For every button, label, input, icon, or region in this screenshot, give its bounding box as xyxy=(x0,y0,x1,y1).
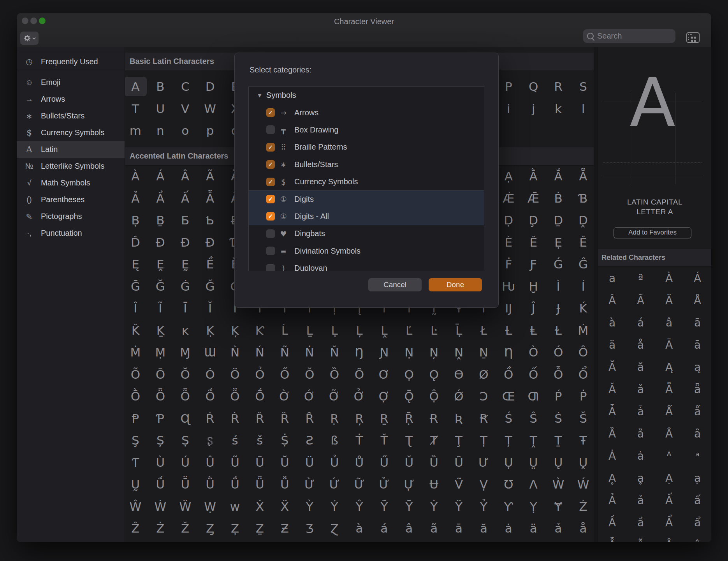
char-cell[interactable]: Ḻ xyxy=(297,319,322,342)
char-cell[interactable]: Ḓ xyxy=(571,209,596,231)
checkbox[interactable] xyxy=(266,229,275,238)
char-cell[interactable]: Û xyxy=(198,452,223,474)
sidebar-item-frequently-used[interactable]: ◷Frequently Used xyxy=(17,52,125,71)
character-palette-icon[interactable] xyxy=(686,32,700,43)
char-cell[interactable]: Ǧ xyxy=(198,275,223,298)
char-cell[interactable]: Ţ xyxy=(447,429,471,452)
char-cell[interactable]: Ṽ xyxy=(447,473,471,496)
char-cell[interactable]: ẩ xyxy=(223,540,248,543)
char-cell[interactable]: o xyxy=(173,120,198,142)
char-cell[interactable]: Ổ xyxy=(571,363,596,386)
char-cell[interactable]: ǣ xyxy=(496,540,521,543)
char-cell[interactable]: â xyxy=(397,517,422,540)
char-cell[interactable]: i xyxy=(496,98,521,120)
char-cell[interactable]: ả xyxy=(626,489,655,512)
char-cell[interactable]: Ấ xyxy=(655,489,683,512)
char-cell[interactable]: Ụ xyxy=(496,452,521,474)
char-cell[interactable]: Ṹ xyxy=(148,473,173,496)
char-cell[interactable]: Ŏ xyxy=(173,363,198,386)
char-cell[interactable]: Ŭ xyxy=(272,452,297,474)
char-cell[interactable]: Ơ xyxy=(372,363,397,386)
char-cell[interactable]: Á xyxy=(683,267,711,289)
char-cell[interactable]: Ṋ xyxy=(447,341,471,363)
char-cell[interactable]: Ỵ xyxy=(521,496,546,518)
char-cell[interactable]: Ŝ xyxy=(521,408,546,430)
char-cell[interactable]: Ȓ xyxy=(297,408,322,430)
char-cell[interactable]: Ā xyxy=(655,334,683,356)
char-cell[interactable]: Ư xyxy=(471,452,496,474)
char-cell[interactable]: Ĵ xyxy=(521,297,546,319)
char-cell[interactable]: Ṟ xyxy=(372,408,397,430)
category-item-box-drawing[interactable]: ┳Box Drawing xyxy=(249,121,484,138)
char-cell[interactable]: Ẁ xyxy=(546,473,571,496)
char-cell[interactable]: š xyxy=(247,429,272,452)
char-cell[interactable]: Ỹ xyxy=(372,496,397,518)
char-cell[interactable]: ā xyxy=(683,334,711,356)
char-cell[interactable]: ắ xyxy=(297,540,322,543)
char-cell[interactable]: Ṅ xyxy=(297,341,322,363)
char-cell[interactable]: Ŵ xyxy=(123,496,148,518)
char-cell[interactable]: ẫ xyxy=(247,540,272,543)
char-cell[interactable]: ầ xyxy=(198,540,223,543)
char-cell[interactable]: Ǵ xyxy=(546,253,571,275)
char-cell[interactable]: Ṓ xyxy=(247,385,272,408)
char-cell[interactable]: Ī xyxy=(173,297,198,319)
char-cell[interactable]: Ʈ xyxy=(397,429,422,452)
char-cell[interactable]: å xyxy=(571,517,596,540)
char-cell[interactable]: ä xyxy=(598,334,626,356)
char-cell[interactable]: Ḡ xyxy=(123,275,148,298)
done-button[interactable]: Done xyxy=(429,278,482,291)
char-cell[interactable]: æ xyxy=(447,540,471,543)
char-cell[interactable]: à xyxy=(598,312,626,334)
search-field[interactable] xyxy=(583,29,675,43)
char-cell[interactable]: Ṍ xyxy=(198,385,223,408)
char-cell[interactable]: ḃ xyxy=(521,540,546,543)
char-cell[interactable]: Ű xyxy=(372,452,397,474)
char-cell[interactable]: Ṣ xyxy=(173,429,198,452)
char-cell[interactable]: ḅ xyxy=(546,540,571,543)
char-cell[interactable]: Ŷ xyxy=(347,496,372,518)
sidebar-item-math-symbols[interactable]: √Math Symbols xyxy=(17,175,125,191)
char-cell[interactable]: Ḑ xyxy=(521,209,546,231)
category-item-braille-patterns[interactable]: ✓⠿Braille Patterns xyxy=(249,139,484,156)
char-cell[interactable]: Ä xyxy=(655,289,683,312)
char-cell[interactable]: Š xyxy=(571,408,596,430)
char-cell[interactable]: Ḙ xyxy=(148,253,173,275)
char-cell[interactable]: Ḟ xyxy=(496,253,521,275)
char-cell[interactable]: ã xyxy=(422,517,447,540)
char-cell[interactable]: Ḿ xyxy=(571,319,596,342)
char-cell[interactable]: Ṩ xyxy=(272,429,297,452)
char-cell[interactable]: ấ xyxy=(173,540,198,543)
char-cell[interactable]: Ô xyxy=(571,341,596,363)
char-cell[interactable]: Ɍ xyxy=(422,408,447,430)
char-cell[interactable]: Ý xyxy=(322,496,347,518)
char-cell[interactable]: Ʌ xyxy=(521,473,546,496)
char-cell[interactable]: Ẩ xyxy=(655,512,683,534)
add-to-favorites-button[interactable]: Add to Favorites xyxy=(614,227,691,238)
char-cell[interactable]: Ŋ xyxy=(347,341,372,363)
char-cell[interactable]: Ĩ xyxy=(148,297,173,319)
sidebar-item-parentheses[interactable]: ()Parentheses xyxy=(17,191,125,208)
char-cell[interactable]: Ð xyxy=(198,231,223,254)
char-cell[interactable]: Ẕ xyxy=(247,517,272,540)
char-cell[interactable]: Ả xyxy=(123,187,148,210)
char-cell[interactable]: Ự xyxy=(397,473,422,496)
char-cell[interactable]: Ḃ xyxy=(546,187,571,210)
char-cell[interactable]: Ả xyxy=(598,489,626,512)
char-cell[interactable]: ā xyxy=(447,517,471,540)
char-cell[interactable]: â xyxy=(655,312,683,334)
char-cell[interactable]: Ť xyxy=(372,429,397,452)
char-cell[interactable]: Ⱡ xyxy=(521,319,546,342)
char-cell[interactable]: Ủ xyxy=(322,452,347,474)
char-cell[interactable]: Ǔ xyxy=(397,452,422,474)
char-cell[interactable]: Ồ xyxy=(496,363,521,386)
char-cell[interactable]: Ỗ xyxy=(546,363,571,386)
char-cell[interactable]: A xyxy=(123,76,148,98)
char-cell[interactable]: Ļ xyxy=(347,319,372,342)
char-cell[interactable]: Ỡ xyxy=(322,385,347,408)
char-cell[interactable]: Ŀ xyxy=(422,319,447,342)
char-cell[interactable]: Ḳ xyxy=(198,319,223,342)
char-cell[interactable]: Ǣ xyxy=(521,187,546,210)
char-cell[interactable]: B xyxy=(148,76,173,98)
char-cell[interactable]: Ṁ xyxy=(123,341,148,363)
